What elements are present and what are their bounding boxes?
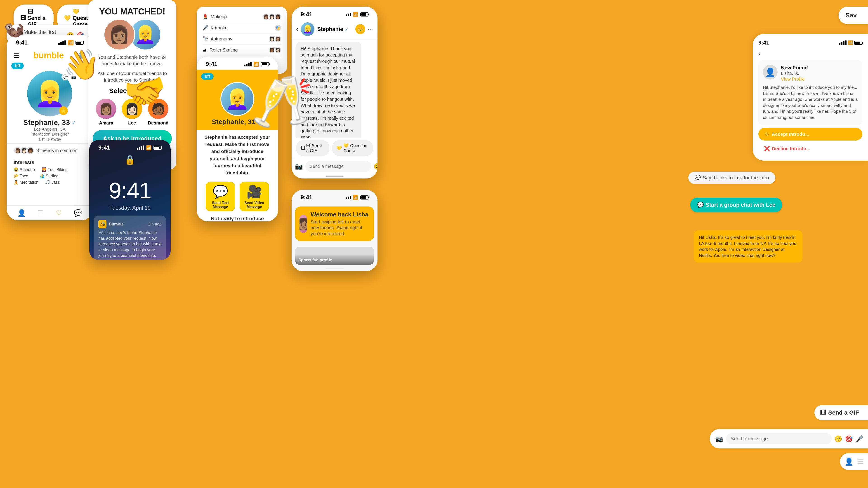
- interests-section: Interests 😂 Standup 🌄 Trail Biking 🌮 Tac…: [7, 157, 93, 187]
- welcome-back-card: 👩🏽 Welcome back Lisha Start swiping left…: [295, 206, 374, 241]
- back-arrow-7[interactable]: ‹: [758, 49, 862, 57]
- say-thanks-partial[interactable]: 💬 Say thanks to Lee for the intro: [688, 172, 775, 184]
- decline-btn-label: Decline Introdu...: [772, 146, 810, 151]
- signal-bars-lock: [137, 145, 144, 150]
- profile-partial-icon[interactable]: 👤: [844, 457, 854, 466]
- tag-row-makeup: 💄 Makeup 👩🏽 👩🏻 👩🏾: [202, 11, 281, 22]
- phone6-status-bar: 9:41 📶: [291, 190, 377, 203]
- wifi-5-icon: 📶: [353, 12, 359, 17]
- time-display: 9:41: [16, 39, 28, 46]
- friends-section: 👩🏽 👩🏻 🧑🏾 3 friends in common: [7, 143, 93, 157]
- save-partial-button[interactable]: Sav: [839, 7, 868, 24]
- phone7-status-bar: 9:41 📶: [758, 39, 862, 49]
- friend-name-lee: Lee: [128, 121, 136, 126]
- status-icons: 📶: [58, 40, 84, 46]
- swipe-profile-area[interactable]: Sports fan profile: [295, 247, 374, 265]
- welcome-subtitle: Start swiping left to meet new friends. …: [311, 219, 370, 236]
- wifi-4-icon: 📶: [253, 61, 259, 67]
- camera-input-icon[interactable]: 📷: [295, 163, 303, 170]
- decline-intro-button[interactable]: ❌ Decline Introdu...: [758, 142, 862, 155]
- mic-partial-icon[interactable]: 🎤: [856, 435, 864, 443]
- send-gif-partial[interactable]: 🎞 Send a GIF: [814, 405, 868, 420]
- chat-bottom-btns-row: 🎞 🎞 Send a GIF 💛 💛 Question Game: [291, 138, 377, 158]
- action-btns-row: 💬 Send Text Message 🎥 Send Video Message: [197, 180, 278, 214]
- nf-info: Lisha, 30: [781, 71, 808, 76]
- chat-input-bar: 📷 🙂 🎯 🎤: [291, 158, 377, 174]
- profile-distance: 1 mile away: [11, 137, 88, 142]
- chat-nav-icon[interactable]: 💬: [74, 209, 82, 217]
- lockscreen-time-display: 9:41: [89, 166, 170, 205]
- interest-standup: 😂 Standup: [13, 167, 35, 172]
- sticker-partial-icon[interactable]: 🎯: [845, 435, 853, 443]
- menu-partial-icon[interactable]: ☰: [857, 457, 864, 466]
- not-ready-text: Not ready to introduce yourself right no…: [197, 214, 278, 221]
- camera-partial-icon[interactable]: 📷: [715, 435, 723, 443]
- champagne-emoji: 🥂: [251, 72, 313, 131]
- interest-tags-row1: 😂 Standup 🌄 Trail Biking: [13, 167, 86, 172]
- menu-icon[interactable]: ☰: [13, 52, 19, 59]
- astronomy-icon: 🔭: [202, 36, 209, 42]
- profile-location: Los Angeles, CA: [11, 127, 88, 132]
- profile-job: Interaction Designer: [11, 132, 88, 137]
- new-friend-card: 👤 New Friend Lisha, 30 View Profile Hi! …: [758, 60, 862, 125]
- profile-partial-nav: 👤 ☰: [840, 453, 868, 470]
- bff-badge: bff: [11, 63, 24, 69]
- phone6-screen: 9:41 📶 👩🏽 Welcome back Lisha Start swipi…: [291, 190, 377, 271]
- wifi-icon: 📶: [68, 40, 74, 46]
- phone4-status-bar: 9:41 📶: [197, 57, 278, 70]
- signal-bars-4: [244, 62, 252, 66]
- profile-nav-icon[interactable]: 👤: [18, 209, 26, 217]
- battery-4-icon: [261, 62, 269, 66]
- friend-avatars: 👩🏽 👩🏻 🧑🏾: [13, 147, 34, 155]
- send-text-btn[interactable]: 💬 Send Text Message: [206, 182, 235, 211]
- chat-name-display: Stephanie ✓: [317, 26, 348, 32]
- tag-row-karaoke: 🎤 Karaoke 🎭: [202, 22, 281, 33]
- favorite-star-badge[interactable]: ⭐: [59, 106, 68, 115]
- lockscreen-time: 9:41: [98, 144, 110, 151]
- more-options-icon[interactable]: ⋯: [368, 26, 373, 32]
- phone6-icons: 📶: [346, 195, 368, 200]
- accept-intro-button[interactable]: 🤝 Accept Introdu...: [758, 128, 862, 140]
- wave-hand-emoji: 👋: [63, 47, 100, 82]
- heart-nav-icon[interactable]: ♡: [56, 209, 62, 217]
- profile-name: Stephanie, 33: [23, 119, 70, 127]
- friend-amara[interactable]: 👩🏽 Amara: [96, 99, 116, 126]
- question-game-icon: 💛: [64, 15, 71, 21]
- lock-notification[interactable]: 🐝 Bumble 2m ago Hi! Lisha. Lee's friend …: [94, 216, 166, 260]
- qg-chat-icon: 💛: [337, 145, 342, 151]
- nf-avatar-display: 👤: [763, 65, 778, 79]
- matched-subtitle: You and Stephanie both have 24 hours to …: [93, 53, 172, 68]
- emoji-partial-icon[interactable]: 🙂: [834, 435, 842, 443]
- lockscreen-status-icons: 📶: [137, 145, 162, 151]
- bottom-nav: 👤 ☰ ♡ 💬: [7, 205, 93, 220]
- say-thanks-label: Say thanks to Lee for the intro: [703, 175, 769, 181]
- matched-title: YOU MATCHED!: [93, 4, 172, 19]
- handshake-accept-icon: 🤝: [764, 131, 770, 137]
- verified-badge: ✓: [72, 120, 76, 126]
- emoji-input-icon[interactable]: 🙂: [374, 163, 377, 170]
- menu-nav-icon[interactable]: ☰: [38, 209, 44, 217]
- profile-pic-4: 👱‍♀️: [220, 82, 254, 116]
- text-msg-icon: 💬: [213, 184, 228, 199]
- video-msg-icon: 🎥: [247, 184, 262, 199]
- group-chat-partial[interactable]: 💬 Start a group chat with Lee: [690, 198, 782, 212]
- view-profile-link[interactable]: View Profile: [781, 76, 808, 82]
- lockscreen-status-bar: 9:41 📶: [89, 140, 170, 153]
- otter-mascot: 🦦: [3, 19, 25, 39]
- tag-row-astronomy: 🔭 Astronomy 👩🏻 👩🏽: [202, 33, 281, 44]
- makeup-icon: 💄: [202, 14, 209, 20]
- message-input[interactable]: [305, 161, 371, 172]
- back-button[interactable]: ‹: [296, 26, 298, 33]
- phone5-status-icons: 📶: [346, 12, 368, 17]
- roller-skate-icon: ⛸: [202, 47, 207, 53]
- chat-header: ‹ 👱‍♀️ Stephanie ✓ 👑 ⋯: [291, 20, 377, 38]
- send-gif-chat-btn[interactable]: 🎞 🎞 Send a GIF: [296, 140, 329, 156]
- battery-6: [360, 195, 368, 199]
- tag-row-roller-skating: ⛸ Roller Skating 👩🏾 👩🏻: [202, 44, 281, 55]
- question-game-chat-btn[interactable]: 💛 💛 Question Game: [332, 140, 373, 156]
- send-message-field[interactable]: [726, 433, 832, 445]
- group-chat-label-partial: Start a group chat with Lee: [706, 202, 775, 208]
- karaoke-icon: 🎤: [202, 25, 209, 31]
- send-video-btn[interactable]: 🎥 Send Video Message: [240, 182, 269, 211]
- yellow-msg-partial: Hi! Lisha. It's so great to meet you. I'…: [694, 230, 802, 263]
